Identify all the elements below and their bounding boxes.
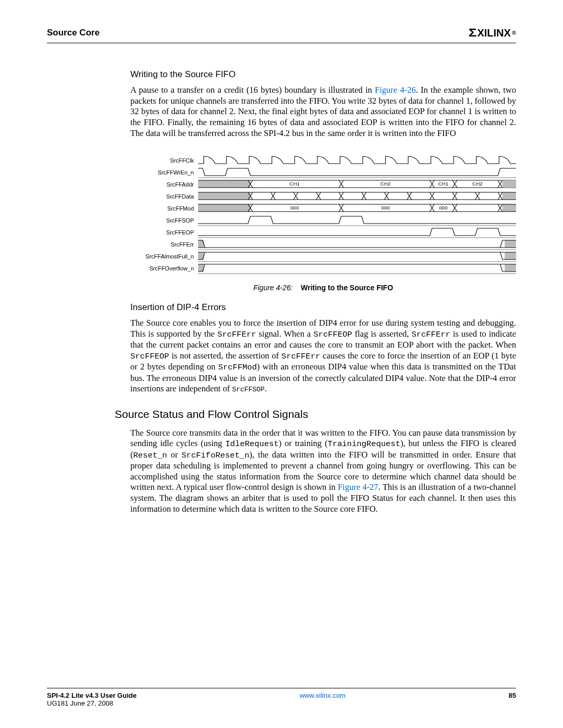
signal-label: SrcFFClk — [130, 157, 198, 164]
waveform-clock-icon — [198, 154, 516, 166]
page-header: Source Core Σ XILINX ® — [47, 26, 516, 43]
signal-row-data: SrcFFData — [130, 190, 516, 202]
svg-rect-2 — [503, 180, 516, 188]
svg-rect-16 — [505, 252, 516, 260]
waveform-icon — [198, 238, 516, 250]
svg-rect-5 — [198, 204, 250, 212]
para-dip4-errors: The Source core enables you to force the… — [130, 318, 516, 394]
signal-row-sop: SrcFFSOP — [130, 214, 516, 226]
signal-row-wren: SrcFFWrEn_n — [130, 166, 516, 178]
code: Reset_n — [133, 451, 167, 460]
signal-row-clk: SrcFFClk — [130, 154, 516, 166]
code: SrcFFMod — [218, 363, 256, 372]
heading-source-status: Source Status and Flow Control Signals — [115, 408, 516, 421]
svg-rect-1 — [198, 180, 250, 188]
timing-diagram: SrcFFClk SrcFFWrEn_n SrcFFAddr — [130, 154, 516, 274]
footer-url-link[interactable]: www.xilinx.com — [300, 692, 346, 699]
signal-label: SrcFFOverflow_n — [130, 265, 198, 272]
svg-rect-3 — [198, 192, 250, 200]
signal-row-almostfull: SrcFFAlmostFull_n — [130, 250, 516, 262]
waveform-icon — [198, 226, 516, 238]
signal-row-overflow: SrcFFOverflow_n — [130, 262, 516, 274]
waveform-icon — [198, 214, 516, 226]
signal-label: SrcFFEOP — [130, 229, 198, 236]
waveform-bus-icon: CH1 CH2 CH1 CH2 — [198, 178, 516, 190]
svg-text:000: 000 — [439, 205, 447, 211]
text: ) or training ( — [279, 438, 328, 448]
code: SrcFFEOP — [313, 330, 352, 339]
section-title: Source Core — [47, 28, 100, 38]
waveform-icon — [198, 250, 516, 262]
page-number: 85 — [509, 692, 516, 699]
signal-label: SrcFFAlmostFull_n — [130, 253, 198, 260]
bus-label: CH2 — [381, 181, 391, 187]
signal-row-addr: SrcFFAddr CH1 CH2 CH1 CH2 — [130, 178, 516, 190]
figure-4-26-link[interactable]: Figure 4-26 — [375, 85, 416, 95]
code: SrcFFErr — [217, 330, 256, 339]
figure-caption: Figure 4-26: Writing to the Source FIFO — [130, 283, 516, 292]
svg-rect-6 — [503, 204, 516, 212]
signal-label: SrcFFWrEn_n — [130, 169, 198, 176]
code: SrcFFErr — [282, 352, 320, 361]
code: SrcFFEOP — [130, 352, 169, 361]
bus-label: CH1 — [438, 181, 449, 187]
code: SrcFFSOP — [232, 386, 264, 393]
footer-left: SPI-4.2 Lite v4.3 User Guide UG181 June … — [47, 692, 137, 707]
code: IdleRequest — [225, 439, 278, 449]
code: TrainingRequest — [327, 439, 400, 449]
svg-text:000: 000 — [290, 205, 299, 211]
waveform-bus-icon — [198, 190, 516, 202]
text: . — [265, 384, 267, 393]
waveform-bus-icon: 000 000 000 — [198, 202, 516, 214]
heading-dip4-errors: Insertion of DIP-4 Errors — [130, 302, 516, 313]
signal-label: SrcFFAddr — [130, 181, 198, 188]
text: signal. When a — [256, 329, 313, 339]
para-writing-source-fifo: A pause to a transfer on a credit (16 by… — [130, 85, 516, 139]
heading-writing-source-fifo: Writing to the Source FIFO — [130, 69, 516, 80]
code: SrcFifoReset_n — [181, 451, 249, 460]
xilinx-logo: Σ XILINX ® — [469, 26, 516, 40]
svg-text:000: 000 — [381, 205, 389, 211]
signal-row-mod: SrcFFMod 000 000 000 — [130, 202, 516, 214]
waveform-icon — [198, 166, 516, 178]
waveform-icon — [198, 262, 516, 274]
figure-4-26: SrcFFClk SrcFFWrEn_n SrcFFAddr — [130, 154, 516, 292]
signal-label: SrcFFErr — [130, 241, 198, 248]
guide-date: UG181 June 27, 2008 — [47, 699, 137, 707]
text: flag is asserted, — [352, 329, 412, 339]
signal-row-eop: SrcFFEOP — [130, 226, 516, 238]
text: is not asserted, the assertion of — [169, 351, 281, 361]
bus-label: CH1 — [289, 181, 300, 187]
svg-rect-19 — [505, 264, 516, 272]
para-source-status: The Source core transmits data in the or… — [130, 428, 516, 515]
text: A pause to a transfer on a credit (16 by… — [130, 85, 375, 95]
code: SrcFFErr — [411, 330, 450, 339]
text: or — [167, 450, 181, 460]
signal-row-err: SrcFFErr — [130, 238, 516, 250]
logo-mark-icon: Σ — [469, 26, 477, 40]
signal-label: SrcFFData — [130, 193, 198, 200]
figure-caption-text: Writing to the Source FIFO — [301, 283, 393, 292]
page-footer: SPI-4.2 Lite v4.3 User Guide UG181 June … — [47, 688, 516, 707]
logo-text: XILINX — [477, 27, 510, 39]
guide-title: SPI-4.2 Lite v4.3 User Guide — [47, 692, 137, 699]
bus-label: CH2 — [472, 181, 483, 187]
logo-registered: ® — [512, 30, 516, 36]
signal-label: SrcFFMod — [130, 205, 198, 212]
main-content: Writing to the Source FIFO A pause to a … — [130, 69, 516, 514]
figure-number: Figure 4-26: — [253, 283, 292, 292]
signal-label: SrcFFSOP — [130, 217, 198, 224]
svg-rect-13 — [505, 240, 516, 248]
svg-rect-4 — [503, 192, 516, 200]
figure-4-27-link[interactable]: Figure 4-27 — [338, 482, 378, 492]
